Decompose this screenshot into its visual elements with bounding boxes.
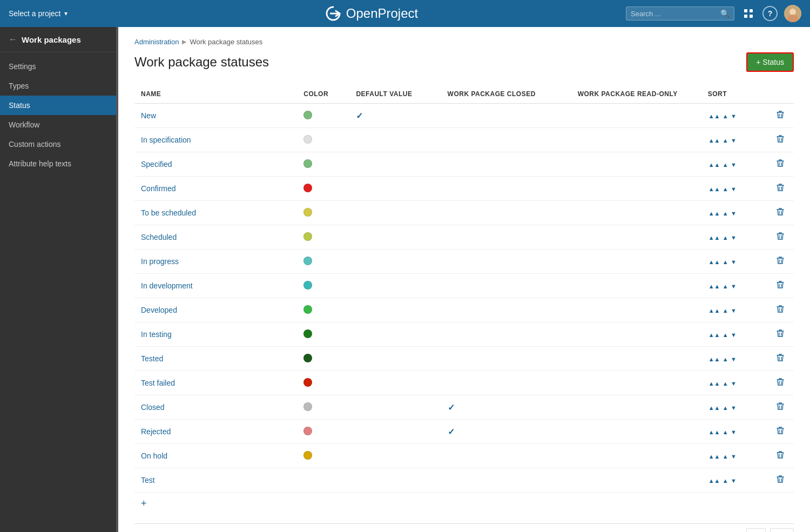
sort-up-button[interactable]: ▲ [722,210,729,217]
delete-button[interactable] [773,109,787,122]
sort-up-button[interactable]: ▲ [722,356,729,362]
delete-button[interactable] [773,401,787,414]
status-name-link[interactable]: Tested [141,354,163,363]
delete-button[interactable] [773,328,787,341]
avatar[interactable] [784,5,801,22]
grid-icon[interactable] [741,6,756,21]
status-name-link[interactable]: In specification [141,136,191,144]
sort-top-button[interactable]: ▲▲ [708,477,721,484]
sort-up-button[interactable]: ▲ [722,477,729,484]
per-page-100-button[interactable]: 100 [770,528,794,532]
sort-up-button[interactable]: ▲ [722,453,729,460]
sidebar-item-workflow[interactable]: Workflow [0,115,116,134]
delete-button[interactable] [773,474,787,487]
sort-down-button[interactable]: ▼ [730,405,737,411]
sidebar-item-custom-actions[interactable]: Custom actions [0,134,116,154]
sort-down-button[interactable]: ▼ [730,356,737,362]
search-input[interactable] [631,10,717,18]
sort-down-button[interactable]: ▼ [730,234,737,241]
sort-top-button[interactable]: ▲▲ [708,405,721,411]
main-layout: ← Work packages Settings Types Status Wo… [0,27,810,532]
status-name-link[interactable]: In progress [141,257,179,266]
sort-top-button[interactable]: ▲▲ [708,234,721,241]
sort-down-button[interactable]: ▼ [730,259,737,265]
sort-top-button[interactable]: ▲▲ [708,161,721,168]
status-name-link[interactable]: To be scheduled [141,208,196,217]
sort-up-button[interactable]: ▲ [722,307,729,314]
sort-up-button[interactable]: ▲ [722,405,729,411]
status-name-link[interactable]: Developed [141,306,177,314]
sidebar-back-button[interactable]: ← [9,35,17,44]
sort-up-button[interactable]: ▲ [722,259,729,265]
breadcrumb-admin-link[interactable]: Administration [134,38,179,46]
sidebar-item-settings[interactable]: Settings [0,57,116,76]
project-selector[interactable]: Select a project ▾ [9,9,117,18]
status-name-link[interactable]: Specified [141,160,172,169]
status-name-link[interactable]: New [141,111,156,120]
sort-top-button[interactable]: ▲▲ [708,307,721,314]
delete-button[interactable] [773,206,787,219]
sort-up-button[interactable]: ▲ [722,186,729,192]
status-name-link[interactable]: Test failed [141,379,175,387]
sort-up-button[interactable]: ▲ [722,161,729,168]
sort-down-button[interactable]: ▼ [730,453,737,460]
status-name-link[interactable]: Confirmed [141,184,176,193]
delete-button[interactable] [773,376,787,389]
sidebar-item-status[interactable]: Status [0,96,116,115]
sort-top-button[interactable]: ▲▲ [708,186,721,192]
sort-down-button[interactable]: ▼ [730,429,737,435]
delete-button[interactable] [773,304,787,316]
sort-top-button[interactable]: ▲▲ [708,137,721,144]
sort-down-button[interactable]: ▼ [730,307,737,314]
sort-up-button[interactable]: ▲ [722,113,729,119]
delete-button[interactable] [773,279,787,292]
help-icon[interactable]: ? [762,6,778,21]
sort-down-button[interactable]: ▼ [730,477,737,484]
status-name-link[interactable]: Closed [141,403,165,412]
sort-top-button[interactable]: ▲▲ [708,283,721,289]
sort-up-button[interactable]: ▲ [722,137,729,144]
sort-up-button[interactable]: ▲ [722,332,729,338]
delete-button[interactable] [773,231,787,244]
delete-button[interactable] [773,133,787,146]
sort-down-button[interactable]: ▼ [730,161,737,168]
add-row-button[interactable]: + [134,493,153,515]
delete-button[interactable] [773,255,787,268]
search-box[interactable]: 🔍 [626,6,734,21]
status-name-link[interactable]: Rejected [141,427,171,436]
status-name-link[interactable]: In development [141,281,193,290]
sort-down-button[interactable]: ▼ [730,113,737,119]
status-name-link[interactable]: On hold [141,452,167,460]
delete-button[interactable] [773,449,787,462]
sort-top-button[interactable]: ▲▲ [708,380,721,387]
add-status-button[interactable]: + Status [746,52,794,72]
sort-top-button[interactable]: ▲▲ [708,356,721,362]
sort-up-button[interactable]: ▲ [722,429,729,435]
sort-top-button[interactable]: ▲▲ [708,429,721,435]
sort-down-button[interactable]: ▼ [730,137,737,144]
sort-controls: ▲▲ ▲ ▼ [701,347,767,371]
sort-down-button[interactable]: ▼ [730,283,737,289]
per-page-20-button[interactable]: 20 [746,528,766,532]
sort-down-button[interactable]: ▼ [730,186,737,192]
delete-button[interactable] [773,158,787,171]
sort-top-button[interactable]: ▲▲ [708,210,721,217]
sort-top-button[interactable]: ▲▲ [708,453,721,460]
status-name-link[interactable]: Test [141,476,155,484]
sort-down-button[interactable]: ▼ [730,332,737,338]
sort-up-button[interactable]: ▲ [722,380,729,387]
delete-button[interactable] [773,352,787,365]
delete-button[interactable] [773,182,787,195]
sort-down-button[interactable]: ▼ [730,210,737,217]
sidebar-item-types[interactable]: Types [0,76,116,96]
status-name-link[interactable]: Scheduled [141,233,177,241]
delete-button[interactable] [773,425,787,438]
sort-top-button[interactable]: ▲▲ [708,259,721,265]
sort-up-button[interactable]: ▲ [722,234,729,241]
sidebar-item-attribute-help-texts[interactable]: Attribute help texts [0,154,116,173]
sort-top-button[interactable]: ▲▲ [708,113,721,119]
status-name-link[interactable]: In testing [141,330,172,339]
sort-top-button[interactable]: ▲▲ [708,332,721,338]
sort-up-button[interactable]: ▲ [722,283,729,289]
sort-down-button[interactable]: ▼ [730,380,737,387]
